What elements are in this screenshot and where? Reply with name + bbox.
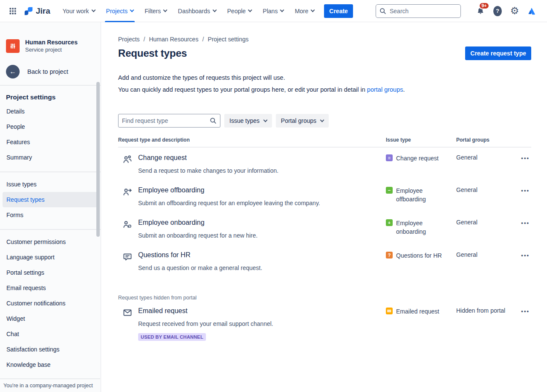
sidebar-item-details[interactable]: Details [3, 104, 98, 119]
comment-icon [122, 252, 133, 262]
sidebar-item-chat[interactable]: Chat [3, 326, 98, 342]
nav-your-work[interactable]: Your work [58, 0, 100, 22]
people-group-icon [122, 154, 133, 165]
issue-types-filter[interactable]: Issue types [224, 114, 272, 128]
sidebar-divider [0, 171, 101, 172]
row-actions-button[interactable]: ••• [519, 186, 531, 195]
table-row: Change request Send a request to make ch… [118, 148, 531, 180]
request-type-title[interactable]: Questions for HR [138, 251, 262, 259]
help-button[interactable]: ? [491, 4, 504, 18]
sidebar-item-language-support[interactable]: Language support [3, 250, 98, 265]
jira-logo[interactable]: Jira [23, 6, 50, 17]
chevron-down-icon [212, 8, 217, 12]
issue-type-cell: ? Questions for HR [386, 251, 456, 277]
create-request-type-button[interactable]: Create request type [465, 46, 531, 60]
breadcrumb-projects[interactable]: Projects [118, 36, 140, 43]
sidebar-item-portal-settings[interactable]: Portal settings [3, 265, 98, 280]
request-type-title[interactable]: Employee offboarding [138, 186, 320, 194]
project-header: Human Resources Service project [6, 38, 94, 53]
sidebar-item-satisfaction-settings[interactable]: Satisfaction settings [3, 342, 98, 357]
project-name: Human Resources [25, 38, 78, 46]
atlassian-app-button[interactable] [525, 4, 538, 18]
nav-filters[interactable]: Filters [140, 0, 171, 22]
column-issue-type: Issue type [386, 137, 456, 143]
description-line-2: You can quickly add request types to you… [118, 84, 531, 96]
table-row: Questions for HR Send us a question or m… [118, 245, 531, 277]
nav-plans[interactable]: Plans [258, 0, 288, 22]
issue-type-icon: ? [386, 252, 393, 258]
person-arrow-right-icon [122, 187, 133, 197]
sidebar-item-knowledge-base[interactable]: Knowledge base [3, 357, 98, 372]
nav-people[interactable]: People [223, 0, 257, 22]
jira-wordmark: Jira [36, 6, 50, 16]
nav-more[interactable]: More [290, 0, 319, 22]
envelope-icon [122, 308, 133, 318]
breadcrumb-human-resources[interactable]: Human Resources [149, 36, 198, 43]
row-actions-button[interactable]: ••• [519, 154, 531, 162]
search-input[interactable] [376, 4, 461, 18]
column-request-type: Request type and description [118, 137, 386, 143]
sidebar-scrollbar[interactable] [96, 82, 100, 237]
chevron-down-icon [163, 8, 168, 12]
sliders-icon [8, 41, 17, 51]
row-actions-button[interactable]: ••• [519, 307, 531, 315]
create-button[interactable]: Create [324, 4, 353, 18]
request-type-title[interactable]: Employee onboarding [138, 219, 258, 226]
app-switcher-icon[interactable] [6, 4, 20, 18]
back-to-project[interactable]: ← Back to project [6, 65, 94, 78]
project-titles: Human Resources Service project [25, 38, 78, 53]
sidebar-item-request-types[interactable]: Request types [3, 192, 98, 207]
sidebar-heading: Project settings [6, 93, 95, 101]
portal-group-cell: General [456, 251, 518, 277]
sidebar-group-types: Issue types Request types Forms [0, 177, 101, 223]
column-portal-groups: Portal groups [456, 137, 518, 143]
chevron-down-icon [320, 118, 324, 122]
back-to-project-label: Back to project [27, 68, 68, 75]
sidebar-item-customer-permissions[interactable]: Customer permissions [3, 234, 98, 250]
issue-type-cell: − Employee offboarding [386, 186, 456, 212]
main-content: Projects / Human Resources / Project set… [101, 22, 547, 392]
page-title: Request types [118, 47, 187, 59]
nav-projects[interactable]: Projects [101, 0, 139, 22]
find-request-type-input[interactable] [118, 114, 220, 128]
chevron-down-icon [91, 8, 96, 12]
sidebar-group-general: Details People Features Summary [0, 104, 101, 165]
portal-groups-filter[interactable]: Portal groups [276, 114, 329, 128]
sidebar-item-summary[interactable]: Summary [3, 150, 98, 165]
table-row: Emailed request Request received from yo… [118, 301, 531, 341]
issue-type-cell: ≡ Change request [386, 154, 456, 180]
atlassian-logo-icon [527, 6, 536, 16]
row-actions-button[interactable]: ••• [519, 219, 531, 227]
sidebar-item-email-requests[interactable]: Email requests [3, 280, 98, 296]
sidebar-item-issue-types[interactable]: Issue types [3, 177, 98, 192]
sidebar-item-features[interactable]: Features [3, 134, 98, 150]
jira-mark-icon [23, 6, 34, 17]
table-row: Employee offboarding Submit an offboardi… [118, 180, 531, 212]
sidebar-item-customer-notifications[interactable]: Customer notifications [3, 296, 98, 311]
breadcrumb-project-settings[interactable]: Project settings [208, 36, 249, 43]
sidebar-item-people[interactable]: People [3, 119, 98, 134]
sidebar-item-widget[interactable]: Widget [3, 311, 98, 326]
portal-group-cell: Hidden from portal [456, 307, 518, 341]
portal-group-cell: General [456, 154, 518, 180]
issue-type-cell: ✉ Emailed request [386, 307, 456, 341]
portal-group-cell: General [456, 219, 518, 245]
search-icon [379, 8, 386, 15]
request-type-title[interactable]: Emailed request [138, 307, 273, 315]
issue-type-icon: + [386, 219, 393, 226]
row-actions-button[interactable]: ••• [519, 251, 531, 259]
sidebar-item-forms[interactable]: Forms [3, 207, 98, 223]
description-line-1: Add and customize the types of requests … [118, 72, 531, 84]
issue-type-icon: − [386, 187, 393, 194]
portal-group-cell: General [456, 186, 518, 212]
portal-groups-link[interactable]: portal groups [367, 86, 403, 93]
notifications-button[interactable]: 9+ [474, 4, 487, 18]
help-icon: ? [493, 6, 502, 16]
hidden-section-label: Request types hidden from portal [118, 295, 531, 301]
table-row: Employee onboarding Submit an onboarding… [118, 212, 531, 245]
nav-dashboards[interactable]: Dashboards [173, 0, 221, 22]
settings-button[interactable]: ⚙ [508, 4, 521, 18]
chevron-down-icon [263, 118, 267, 122]
breadcrumb-separator: / [202, 36, 204, 43]
request-type-title[interactable]: Change request [138, 154, 278, 162]
